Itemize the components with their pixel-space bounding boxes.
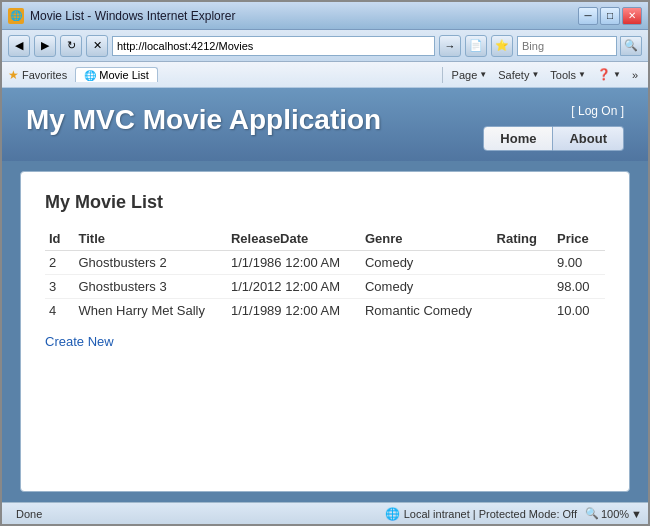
col-title: Title <box>75 227 227 251</box>
refresh-button[interactable]: ↻ <box>60 35 82 57</box>
col-genre: Genre <box>361 227 493 251</box>
sep1 <box>442 67 443 83</box>
status-text: Done <box>8 508 50 520</box>
cell-genre: Romantic Comedy <box>361 299 493 323</box>
section-title: My Movie List <box>45 192 605 213</box>
tab-icon: 🌐 <box>84 70 96 81</box>
about-tab[interactable]: About <box>553 126 624 151</box>
cell-price: 10.00 <box>553 299 605 323</box>
title-bar: 🌐 Movie List - Windows Internet Explorer… <box>2 2 648 30</box>
favorites-button[interactable]: ★ Favorites <box>8 68 67 82</box>
toolbar-icons: Page ▼ Safety ▼ Tools ▼ ❓ ▼ » <box>440 67 642 83</box>
title-bar-left: 🌐 Movie List - Windows Internet Explorer <box>8 8 235 24</box>
safety-button[interactable]: Safety ▼ <box>494 68 543 82</box>
tools-icon1[interactable]: 📄 <box>465 35 487 57</box>
zoom-icon: 🔍 <box>585 507 599 520</box>
col-rating: Rating <box>493 227 553 251</box>
window-title: Movie List - Windows Internet Explorer <box>30 9 235 23</box>
window-controls: ─ □ ✕ <box>578 7 642 25</box>
forward-button[interactable]: ▶ <box>34 35 56 57</box>
status-zone: 🌐 Local intranet | Protected Mode: Off <box>385 507 577 521</box>
nav-tabs: Home About <box>483 126 624 151</box>
cell-genre: Comedy <box>361 251 493 275</box>
cell-rating <box>493 299 553 323</box>
cell-release: 1/1/1986 12:00 AM <box>227 251 361 275</box>
restore-button[interactable]: □ <box>600 7 620 25</box>
zoom-control[interactable]: 🔍 100% ▼ <box>585 507 642 520</box>
cell-title: Ghostbusters 3 <box>75 275 227 299</box>
table-row: 2Ghostbusters 21/1/1986 12:00 AMComedy9.… <box>45 251 605 275</box>
help-button[interactable]: ❓ ▼ <box>593 67 625 82</box>
cell-title: When Harry Met Sally <box>75 299 227 323</box>
tools-icon2[interactable]: ⭐ <box>491 35 513 57</box>
favorites-label: Favorites <box>22 69 67 81</box>
search-button[interactable]: 🔍 <box>620 36 642 56</box>
app-header: My MVC Movie Application [ Log On ] Home… <box>2 88 648 161</box>
ie-icon: 🌐 <box>8 8 24 24</box>
back-button[interactable]: ◀ <box>8 35 30 57</box>
table-row: 4When Harry Met Sally1/1/1989 12:00 AMRo… <box>45 299 605 323</box>
tab-label: Movie List <box>99 69 149 81</box>
star-icon: ★ <box>8 68 19 82</box>
movie-table-body: 2Ghostbusters 21/1/1986 12:00 AMComedy9.… <box>45 251 605 323</box>
create-new-link[interactable]: Create New <box>45 334 114 349</box>
cell-id: 4 <box>45 299 75 323</box>
cell-rating <box>493 275 553 299</box>
zoom-chevron: ▼ <box>631 508 642 520</box>
extend-button[interactable]: » <box>628 68 642 82</box>
cell-price: 9.00 <box>553 251 605 275</box>
go-button[interactable]: → <box>439 35 461 57</box>
stop-button[interactable]: ✕ <box>86 35 108 57</box>
main-content: My Movie List Id Title ReleaseDate Genre… <box>20 171 630 492</box>
tools-button[interactable]: Tools ▼ <box>546 68 590 82</box>
col-release: ReleaseDate <box>227 227 361 251</box>
cell-id: 3 <box>45 275 75 299</box>
search-input[interactable] <box>517 36 617 56</box>
zoom-level: 100% <box>601 508 629 520</box>
page-content: My MVC Movie Application [ Log On ] Home… <box>2 88 648 502</box>
zone-text: Local intranet | Protected Mode: Off <box>404 508 577 520</box>
cell-id: 2 <box>45 251 75 275</box>
app-title: My MVC Movie Application <box>26 104 381 136</box>
address-input[interactable] <box>112 36 435 56</box>
col-price: Price <box>553 227 605 251</box>
movie-list-tab[interactable]: 🌐 Movie List <box>75 67 158 82</box>
cell-genre: Comedy <box>361 275 493 299</box>
cell-price: 98.00 <box>553 275 605 299</box>
home-tab[interactable]: Home <box>483 126 553 151</box>
log-on-link[interactable]: [ Log On ] <box>571 104 624 118</box>
cell-release: 1/1/1989 12:00 AM <box>227 299 361 323</box>
page-button[interactable]: Page ▼ <box>448 68 492 82</box>
cell-release: 1/1/2012 12:00 AM <box>227 275 361 299</box>
browser-window: 🌐 Movie List - Windows Internet Explorer… <box>0 0 650 526</box>
status-bar: Done 🌐 Local intranet | Protected Mode: … <box>2 502 648 524</box>
shield-icon: 🌐 <box>385 507 400 521</box>
favorites-bar: ★ Favorites 🌐 Movie List Page ▼ Safety ▼… <box>2 62 648 88</box>
minimize-button[interactable]: ─ <box>578 7 598 25</box>
movie-table: Id Title ReleaseDate Genre Rating Price … <box>45 227 605 322</box>
table-header-row: Id Title ReleaseDate Genre Rating Price <box>45 227 605 251</box>
table-row: 3Ghostbusters 31/1/2012 12:00 AMComedy98… <box>45 275 605 299</box>
top-right: [ Log On ] Home About <box>483 104 624 151</box>
cell-rating <box>493 251 553 275</box>
col-id: Id <box>45 227 75 251</box>
address-bar: ◀ ▶ ↻ ✕ → 📄 ⭐ 🔍 <box>2 30 648 62</box>
close-button[interactable]: ✕ <box>622 7 642 25</box>
cell-title: Ghostbusters 2 <box>75 251 227 275</box>
